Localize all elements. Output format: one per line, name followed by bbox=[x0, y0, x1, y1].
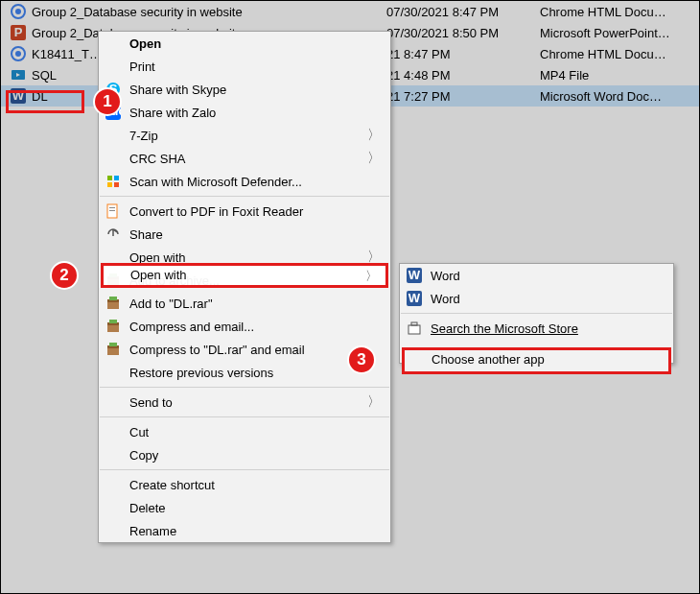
menu-separator bbox=[100, 387, 389, 388]
menu-open-with[interactable]: Open with〉 bbox=[99, 246, 390, 269]
menu-open[interactable]: Open bbox=[99, 32, 390, 55]
open-with-submenu: W Word W Word Search the Microsoft Store… bbox=[399, 263, 674, 364]
svg-rect-29 bbox=[109, 320, 117, 323]
svg-text:W: W bbox=[408, 291, 421, 305]
file-type: Microsoft Word Doc… bbox=[540, 89, 700, 104]
chrome-icon bbox=[11, 46, 26, 61]
menu-add-archive[interactable]: Add to archive... bbox=[99, 269, 390, 292]
step-badge-2: 2 bbox=[50, 261, 79, 290]
menu-share[interactable]: Share bbox=[99, 223, 390, 246]
submenu-choose-app[interactable]: Choose another app bbox=[400, 340, 673, 363]
foxit-icon bbox=[105, 202, 122, 220]
file-type: Chrome HTML Docu… bbox=[540, 5, 700, 19]
svg-rect-14 bbox=[107, 176, 112, 180]
submenu-word[interactable]: W Word bbox=[400, 287, 673, 310]
context-menu: Open Print S Share with Skype Zalo Share… bbox=[98, 31, 391, 543]
svg-rect-15 bbox=[114, 176, 119, 180]
file-type: MP4 File bbox=[540, 68, 700, 83]
svg-point-5 bbox=[15, 51, 21, 57]
submenu-search-store[interactable]: Search the Microsoft Store bbox=[400, 317, 673, 340]
chevron-right-icon: 〉 bbox=[367, 150, 381, 167]
chevron-right-icon: 〉 bbox=[367, 127, 381, 144]
winrar-icon bbox=[105, 272, 122, 289]
svg-rect-38 bbox=[411, 322, 417, 325]
step-badge-3: 3 bbox=[347, 345, 376, 374]
step-badge-1: 1 bbox=[93, 87, 122, 116]
svg-text:P: P bbox=[14, 25, 23, 39]
menu-separator bbox=[401, 313, 672, 314]
store-icon bbox=[406, 320, 423, 337]
svg-rect-20 bbox=[109, 210, 115, 211]
menu-crc[interactable]: CRC SHA〉 bbox=[99, 147, 390, 170]
chevron-right-icon: 〉 bbox=[367, 393, 381, 411]
menu-share-skype[interactable]: S Share with Skype bbox=[99, 78, 390, 101]
svg-rect-32 bbox=[109, 343, 117, 346]
file-date: 07/30/2021 8:50 PM bbox=[386, 26, 540, 40]
menu-share-zalo[interactable]: Zalo Share with Zalo bbox=[99, 101, 390, 124]
defender-icon bbox=[105, 173, 122, 190]
video-icon bbox=[11, 67, 26, 83]
svg-text:W: W bbox=[12, 88, 25, 103]
chrome-icon bbox=[11, 4, 26, 19]
powerpoint-icon: P bbox=[11, 25, 26, 40]
winrar-icon bbox=[105, 295, 122, 312]
menu-restore[interactable]: Restore previous versions bbox=[99, 361, 390, 384]
file-type: Microsoft PowerPoint… bbox=[540, 26, 700, 40]
menu-foxit[interactable]: Convert to PDF in Foxit Reader bbox=[99, 200, 390, 223]
file-type: Chrome HTML Docu… bbox=[540, 47, 700, 61]
svg-rect-17 bbox=[114, 182, 119, 187]
file-date: 07/30/2021 8:47 PM bbox=[386, 5, 540, 19]
menu-delete[interactable]: Delete bbox=[99, 496, 390, 519]
file-name: Group 2_Database security in website bbox=[32, 5, 386, 19]
svg-rect-37 bbox=[408, 325, 420, 334]
menu-separator bbox=[100, 469, 389, 470]
menu-print[interactable]: Print bbox=[99, 55, 390, 78]
svg-rect-16 bbox=[107, 182, 112, 187]
word-icon: W bbox=[406, 267, 423, 284]
menu-add-rar[interactable]: Add to "DL.rar" bbox=[99, 292, 390, 315]
file-row[interactable]: Group 2_Database security in website 07/… bbox=[1, 1, 699, 22]
menu-rename[interactable]: Rename bbox=[99, 519, 390, 542]
file-date: 21 8:47 PM bbox=[386, 47, 540, 61]
word-icon: W bbox=[11, 88, 26, 104]
menu-defender[interactable]: Scan with Microsoft Defender... bbox=[99, 170, 390, 193]
menu-cut[interactable]: Cut bbox=[99, 420, 390, 443]
menu-separator bbox=[100, 196, 389, 197]
menu-copy[interactable]: Copy bbox=[99, 443, 390, 466]
menu-compress-email[interactable]: Compress and email... bbox=[99, 315, 390, 338]
word-icon: W bbox=[406, 290, 423, 307]
menu-7zip[interactable]: 7-Zip〉 bbox=[99, 124, 390, 147]
svg-text:W: W bbox=[408, 268, 421, 282]
menu-create-shortcut[interactable]: Create shortcut bbox=[99, 473, 390, 496]
file-date: 21 4:48 PM bbox=[386, 68, 540, 83]
submenu-word[interactable]: W Word bbox=[400, 264, 673, 287]
winrar-icon bbox=[105, 341, 122, 358]
svg-rect-23 bbox=[109, 273, 117, 277]
menu-separator bbox=[100, 416, 389, 417]
svg-rect-19 bbox=[109, 207, 115, 208]
winrar-icon bbox=[105, 318, 122, 335]
svg-rect-26 bbox=[109, 297, 117, 300]
file-date: 21 7:27 PM bbox=[386, 89, 540, 104]
share-icon bbox=[105, 226, 122, 243]
chevron-right-icon: 〉 bbox=[367, 249, 381, 266]
menu-send-to[interactable]: Send to〉 bbox=[99, 391, 390, 414]
svg-point-1 bbox=[15, 9, 21, 14]
